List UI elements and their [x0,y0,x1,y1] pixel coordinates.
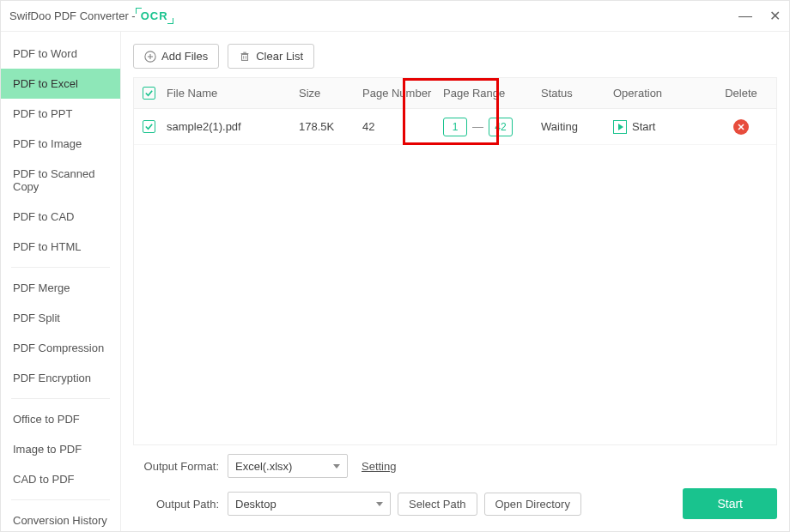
cell-filename: sample2(1).pdf [167,120,295,133]
chevron-down-icon [333,464,340,469]
table-header: File Name Size Page Number Page Range St… [134,78,776,109]
close-button[interactable]: ✕ [769,10,781,22]
sidebar-item-pdf-merge[interactable]: PDF Merge [1,273,120,303]
app-title: SwifDoo PDF Converter - [9,9,136,22]
row-checkbox[interactable] [143,120,155,133]
sidebar-item-pdf-to-image[interactable]: PDF to Image [1,129,120,159]
plus-circle-icon [144,51,156,63]
add-files-label: Add Files [161,50,208,63]
output-path-value: Desktop [235,498,276,511]
sidebar-item-pdf-to-cad[interactable]: PDF to CAD [1,202,120,232]
page-range-to[interactable] [489,118,513,136]
col-range: Page Range [443,87,538,100]
select-all-checkbox[interactable] [143,87,155,100]
col-filename: File Name [167,87,295,100]
add-files-button[interactable]: Add Files [133,44,219,69]
sidebar-item-conversion-history[interactable]: Conversion History [1,505,120,531]
cell-pages: 42 [362,120,440,133]
table-row: sample2(1).pdf178.5K42—WaitingStart [134,109,776,145]
sidebar: PDF to WordPDF to ExcelPDF to PPTPDF to … [1,32,121,531]
svg-rect-3 [242,54,248,60]
open-directory-button[interactable]: Open Directory [484,493,581,516]
sidebar-item-pdf-to-excel[interactable]: PDF to Excel [1,69,120,99]
col-pages: Page Number [362,87,440,100]
sidebar-item-pdf-to-ppt[interactable]: PDF to PPT [1,99,120,129]
clear-list-label: Clear List [256,50,303,63]
output-format-select[interactable]: Excel(.xlsx) [228,454,348,478]
output-format-label: Output Format: [133,460,219,473]
play-icon[interactable] [613,120,627,134]
sidebar-item-pdf-encryption[interactable]: PDF Encryption [1,363,120,393]
cell-operation: Start [632,120,655,133]
chevron-down-icon [376,502,383,506]
sidebar-item-image-to-pdf[interactable]: Image to PDF [1,434,120,464]
col-status: Status [541,87,610,100]
page-range-from[interactable] [443,118,467,136]
clear-list-button[interactable]: Clear List [228,44,314,69]
range-dash: — [472,120,483,133]
sidebar-item-pdf-compression[interactable]: PDF Compression [1,333,120,363]
minimize-button[interactable]: — [739,10,751,22]
ocr-badge: OCR [141,9,168,22]
sidebar-item-cad-to-pdf[interactable]: CAD to PDF [1,464,120,494]
sidebar-item-pdf-to-word[interactable]: PDF to Word [1,39,120,69]
col-operation: Operation [613,87,716,100]
sidebar-item-pdf-to-html[interactable]: PDF to HTML [1,232,120,262]
select-path-button[interactable]: Select Path [398,493,477,516]
sidebar-item-pdf-to-scanned-copy[interactable]: PDF to Scanned Copy [1,159,120,202]
cell-size: 178.5K [299,120,359,133]
sidebar-item-pdf-split[interactable]: PDF Split [1,303,120,333]
setting-link[interactable]: Setting [362,460,396,473]
cell-status: Waiting [541,120,610,133]
col-delete: Delete [720,87,763,100]
output-format-value: Excel(.xlsx) [235,460,292,473]
col-size: Size [299,87,359,100]
output-path-label: Output Path: [133,498,219,511]
delete-row-button[interactable] [733,119,749,135]
output-path-select[interactable]: Desktop [228,492,391,516]
sidebar-item-office-to-pdf[interactable]: Office to PDF [1,404,120,434]
start-button[interactable]: Start [683,488,777,519]
trash-icon [239,51,251,63]
